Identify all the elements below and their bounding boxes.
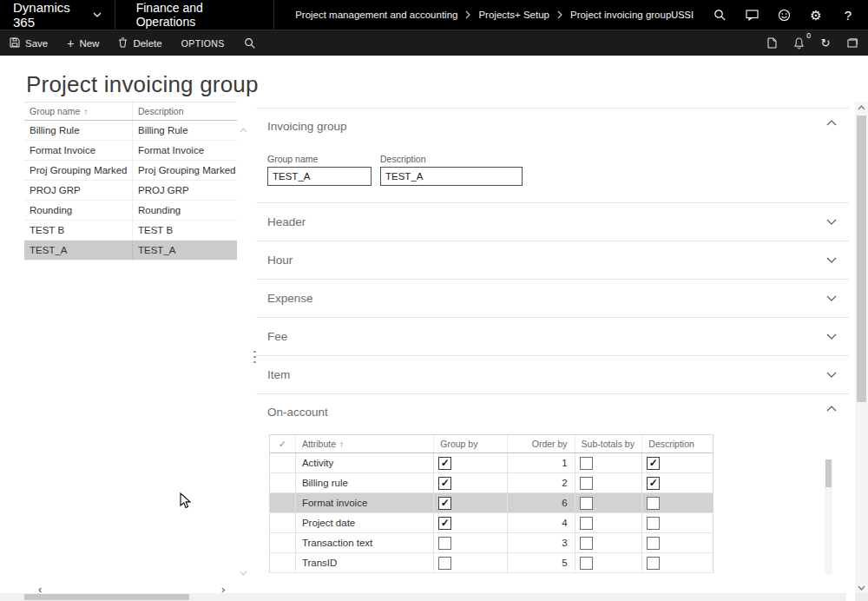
options-menu-button[interactable]: OPTIONS — [172, 30, 234, 56]
description-checkbox[interactable]: ✓ — [647, 477, 660, 490]
group-by-checkbox[interactable]: ✓ — [438, 497, 451, 510]
page-vertical-scrollbar[interactable] — [855, 102, 868, 594]
product-name-link[interactable]: Finance and Operations — [115, 0, 274, 30]
group-list-row[interactable]: Proj Grouping MarkedProj Grouping Marked — [24, 161, 237, 181]
chevron-down-icon — [93, 12, 102, 17]
description-checkbox[interactable] — [647, 517, 660, 530]
scroll-up-icon[interactable] — [855, 102, 868, 114]
row-select-cell[interactable] — [270, 513, 296, 532]
on-account-scrollbar[interactable] — [825, 459, 832, 574]
on-account-row[interactable]: Transaction text3 — [269, 533, 713, 553]
group-by-checkbox[interactable] — [438, 537, 451, 550]
group-list-row[interactable]: PROJ GRPPROJ GRP — [24, 181, 237, 201]
group-by-checkbox[interactable]: ✓ — [438, 477, 451, 490]
group-list-row[interactable]: Billing RuleBilling Rule — [24, 121, 237, 141]
column-header-order-by[interactable]: Order by — [508, 435, 575, 452]
column-header-description[interactable]: Description — [132, 102, 237, 120]
section-header-on-account[interactable]: On-account — [256, 394, 849, 419]
scrollbar-thumb[interactable] — [24, 594, 189, 600]
description-cell: Rounding — [132, 201, 237, 220]
sub-totals-by-checkbox[interactable] — [580, 517, 593, 530]
sub-totals-by-cell — [575, 533, 643, 552]
on-account-row[interactable]: Activity✓1✓ — [269, 453, 713, 473]
sub-totals-by-checkbox[interactable] — [580, 537, 593, 550]
scroll-down-icon[interactable] — [855, 582, 868, 594]
sub-totals-by-checkbox[interactable] — [580, 457, 593, 470]
on-account-row[interactable]: Project date✓4 — [269, 513, 713, 533]
group-list-row[interactable]: RoundingRounding — [24, 201, 237, 221]
section-header-item[interactable]: Item — [256, 355, 849, 393]
breadcrumb-item-module[interactable]: Project management and accounting — [295, 10, 457, 20]
section-header-invoicing-group[interactable]: Invoicing group — [256, 109, 849, 133]
sub-totals-by-checkbox[interactable] — [580, 557, 593, 570]
attachments-icon[interactable] — [765, 36, 779, 51]
order-by-cell[interactable]: 4 — [508, 513, 575, 532]
group-name-input[interactable] — [267, 167, 372, 186]
group-by-checkbox[interactable]: ✓ — [438, 457, 451, 470]
section-on-account: On-account ✓ Attribute ↑ Group by — [256, 393, 849, 601]
company-selector[interactable]: USSI — [671, 10, 694, 20]
description-checkbox[interactable] — [647, 497, 660, 510]
sub-totals-by-checkbox[interactable] — [580, 477, 593, 490]
new-button[interactable]: + New — [57, 30, 108, 56]
notification-count-badge: 0 — [806, 32, 811, 40]
page-title: Project invoicing group — [26, 71, 259, 98]
messages-icon[interactable] — [744, 7, 760, 23]
search-icon[interactable] — [712, 7, 727, 23]
section-header-fee[interactable]: Fee — [256, 317, 849, 355]
on-account-row[interactable]: TransID5 — [269, 553, 713, 573]
notifications-bell-icon[interactable]: 0 — [792, 36, 806, 51]
order-by-cell[interactable]: 5 — [508, 553, 575, 572]
feedback-smiley-icon[interactable] — [776, 7, 792, 23]
grid-scroll-down-icon[interactable] — [240, 569, 247, 578]
order-by-cell[interactable]: 3 — [508, 533, 575, 552]
scrollbar-thumb[interactable] — [857, 116, 866, 402]
group-list-row[interactable]: Format InvoiceFormat Invoice — [24, 141, 237, 161]
help-icon[interactable]: ? — [840, 7, 856, 23]
sub-totals-by-cell — [575, 473, 643, 492]
sub-totals-by-checkbox[interactable] — [580, 497, 593, 510]
breadcrumb-item-page[interactable]: Project invoicing group — [570, 10, 671, 20]
on-account-row[interactable]: Format invoice✓6 — [269, 493, 713, 513]
row-select-cell[interactable] — [270, 553, 296, 572]
actionbar-search-button[interactable] — [234, 30, 266, 56]
column-header-attribute[interactable]: Attribute ↑ — [296, 435, 434, 452]
delete-button[interactable]: Delete — [108, 30, 171, 56]
row-select-cell[interactable] — [270, 493, 296, 512]
column-label: Order by — [532, 439, 568, 449]
app-menu-button[interactable]: Dynamics 365 — [0, 0, 115, 30]
select-all-column-header[interactable]: ✓ — [270, 435, 296, 452]
order-by-cell[interactable]: 6 — [508, 493, 575, 512]
column-header-sub-totals-by[interactable]: Sub-totals by — [575, 435, 643, 452]
section-header-hour[interactable]: Hour — [256, 241, 849, 279]
group-list-row[interactable]: TEST_ATEST_A — [24, 241, 237, 261]
column-header-group-by[interactable]: Group by — [434, 435, 508, 452]
column-header-description[interactable]: Description — [642, 435, 713, 452]
description-checkbox[interactable]: ✓ — [647, 457, 660, 470]
group-by-checkbox[interactable] — [438, 557, 451, 570]
section-header-header[interactable]: Header — [256, 202, 849, 241]
section-header-expense[interactable]: Expense — [256, 279, 849, 317]
group-by-checkbox[interactable]: ✓ — [438, 517, 451, 530]
action-bar: Save + New Delete OPTIONS 0 ↻ — [0, 30, 868, 56]
refresh-icon[interactable]: ↻ — [819, 36, 832, 51]
page-horizontal-scrollbar[interactable] — [0, 593, 846, 601]
window-resize-icon[interactable] — [845, 36, 859, 51]
grid-scroll-up-icon[interactable] — [240, 126, 247, 135]
order-by-cell[interactable]: 1 — [508, 453, 575, 472]
on-account-row[interactable]: Billing rule✓2✓ — [269, 473, 713, 493]
description-checkbox[interactable] — [647, 537, 660, 550]
row-select-cell[interactable] — [270, 453, 296, 472]
order-by-cell[interactable]: 2 — [508, 473, 575, 492]
scrollbar-thumb[interactable] — [825, 459, 832, 487]
breadcrumb-item-setup[interactable]: Projects+ Setup — [478, 10, 549, 20]
group-list-row[interactable]: TEST BTEST B — [24, 221, 237, 241]
description-cell — [642, 513, 713, 532]
row-select-cell[interactable] — [270, 473, 296, 492]
description-input[interactable] — [380, 167, 523, 186]
description-checkbox[interactable] — [647, 557, 660, 570]
settings-gear-icon[interactable]: ⚙ — [808, 7, 824, 23]
row-select-cell[interactable] — [270, 533, 296, 552]
save-button[interactable]: Save — [0, 30, 57, 56]
column-header-group-name[interactable]: Group name ↑ — [24, 106, 132, 116]
